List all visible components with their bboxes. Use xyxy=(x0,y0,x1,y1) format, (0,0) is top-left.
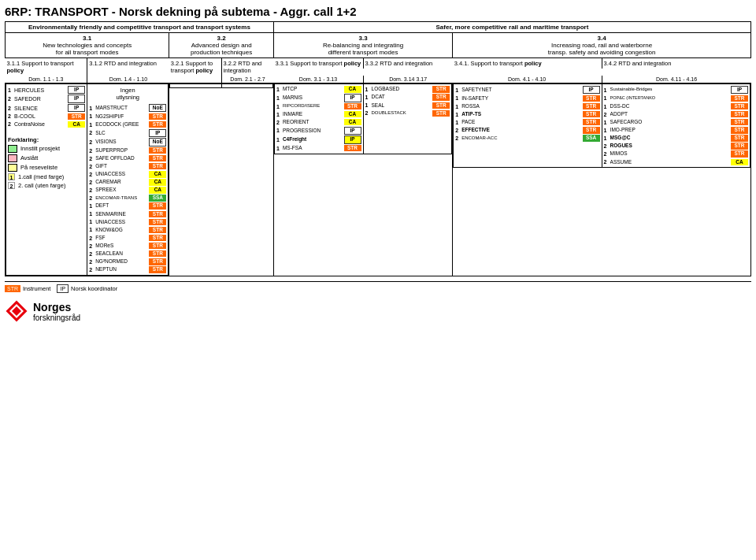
sub332-header: 3.3.2 RTD and integration xyxy=(363,58,453,69)
content-322 xyxy=(221,84,272,88)
list-item: 1 ATIP-TS STR xyxy=(455,111,599,118)
list-item: 2 ROGUES STR xyxy=(604,143,748,150)
list-item: 2 REORIENT CA xyxy=(276,119,361,126)
legend-yellow-box xyxy=(8,164,17,172)
list-item: 2 NEPTUN STR xyxy=(89,266,166,273)
list-item: 1 RIPCORD/ISERE STR xyxy=(276,103,361,110)
legend-pink-box xyxy=(8,154,17,162)
nfr-diamond-icon xyxy=(5,299,28,323)
sub311-header: 3.1.1 Support to transport policy xyxy=(6,58,87,76)
sub341-header: 3.4.1. Support to transport policy xyxy=(453,58,602,69)
content-342: 1 Sustainable-Bridges IP 1 POP&C (INTERT… xyxy=(602,84,750,168)
content-332: 1 LOGBASED STR 1 DCAT STR xyxy=(363,84,452,154)
dom34-pair: Dom. 4.1 - 4.10 Dom. 4.11 - 4.16 xyxy=(453,76,751,83)
list-item: 2 MOReS STR xyxy=(89,243,166,250)
ip-badge: IP xyxy=(57,284,69,293)
list-item: 1 HERCULES IP xyxy=(8,86,85,94)
subtopic-32: 3.2Advanced design andproduction techniq… xyxy=(169,33,274,58)
legend-call2-label: 2. call (uten farge) xyxy=(18,182,65,189)
list-item: 2 EFFECTIVE STR xyxy=(455,127,599,134)
ip-label: Norsk koordinator xyxy=(71,285,117,292)
list-item: 2 SILENCE IP xyxy=(8,104,85,112)
subtopic-33: 3.3Re-balancing and integratingdifferent… xyxy=(273,33,452,58)
content-311: 1 HERCULES IP 2 SAFEDOR IP xyxy=(6,84,87,276)
list-item: 1 SEAL STR xyxy=(365,102,450,109)
list-item: 1 ECODOCK (GREE STR xyxy=(89,121,166,128)
content-34: 1 SAFETYNET IP 1 IN-SAFETY STR xyxy=(453,83,751,276)
list-item: 1 SENMARINE STR xyxy=(89,210,166,217)
list-item: 2 SUPERPROP STR xyxy=(89,147,166,154)
list-item: 1 PACE STR xyxy=(455,119,599,126)
project-list-342: 1 Sustainable-Bridges IP 1 POP&C (INTERT… xyxy=(604,86,748,165)
list-item: 1 SAFECARGO STR xyxy=(604,119,748,126)
legend-avslatt-label: Avslått xyxy=(20,154,38,161)
list-item: 1 UNIACCESS STR xyxy=(89,218,166,225)
list-item: 2 CAREMAR CA xyxy=(89,179,166,186)
list-item: 2 ENCOMAR-TRANS SSA xyxy=(89,195,166,202)
list-item: 2 UNIACCESS CA xyxy=(89,171,166,178)
str-badge: STR xyxy=(5,285,20,292)
sub321-header: 3.2.1 Support to transport policy xyxy=(169,58,221,76)
legend-call2: 2 2. call (uten farge) xyxy=(8,182,85,189)
list-item: 2 VISIONS NoE xyxy=(89,138,166,146)
legend-innstilt: Innstilt prosjekt xyxy=(8,145,85,153)
num2-badge: 2 xyxy=(8,182,15,189)
ingen-label: Ingen utlysning xyxy=(89,86,166,102)
sub342-header: 3.4.2 RTD and integration xyxy=(602,58,750,69)
project-list-311: 1 HERCULES IP 2 SAFEDOR IP xyxy=(8,86,85,128)
content-312: Ingen utlysning 1 MARSTRUCT NoE xyxy=(87,84,169,276)
str-label: Instrument xyxy=(23,285,50,292)
list-item: 1 MTCP CA xyxy=(276,86,361,93)
nfr-subname: forskningsråd xyxy=(33,313,80,322)
list-item: 1 POP&C (INTERTANKO STR xyxy=(604,95,748,102)
list-item: 1 KNOW&OG STR xyxy=(89,226,166,233)
list-item: 2 ADOPT STR xyxy=(604,111,748,118)
sub32-pair: 3.2.1 Support to transport policy 3.2.2 … xyxy=(169,58,274,76)
list-item: 1 INMARE CA xyxy=(276,111,361,118)
content-33: 1 MTCP CA 1 MARNIS IP 1 xyxy=(273,83,452,276)
list-item: 2 SEACLEAN STR xyxy=(89,250,166,258)
footer-ip: IP Norsk koordinator xyxy=(57,284,117,293)
header-right: Safer, more competitive rail and maritim… xyxy=(273,22,750,33)
list-item: 1 SAFETYNET IP xyxy=(455,86,599,94)
content-321 xyxy=(170,84,221,88)
list-item: 2 NG²NORMED STR xyxy=(89,258,166,265)
sub33-pair: 3.3.1 Support to transport policy 3.3.2 … xyxy=(273,58,452,76)
content-331: 1 MTCP CA 1 MARNIS IP 1 xyxy=(274,84,363,154)
legend-title: Forklaring: xyxy=(8,136,85,143)
list-item: 2 MIMOS STR xyxy=(604,150,748,158)
page: 6RP: TRANSPORT - Norsk dekning på subtem… xyxy=(0,0,756,326)
list-item: 2 FSF STR xyxy=(89,235,166,242)
list-item: 1 MARNIS IP xyxy=(276,94,361,102)
list-item: 2 GIFT STR xyxy=(89,163,166,170)
list-item: 1 DEFT STR xyxy=(89,202,166,210)
dom32-pair: Dom. 2.1 - 2.7 xyxy=(169,76,274,83)
project-list-331: 1 MTCP CA 1 MARNIS IP 1 xyxy=(276,86,361,152)
legend-call1: 1 1.call (med farge) xyxy=(8,173,85,180)
num1-badge: 1 xyxy=(8,173,15,180)
legend-avslatt: Avslått xyxy=(8,154,85,162)
list-item: 1 DSS-DC STR xyxy=(604,103,748,110)
list-item: 1 NG2SHIPI/F STR xyxy=(89,113,166,120)
list-item: 2 SAFE OFFLOAD STR xyxy=(89,155,166,162)
list-item: 1 MS-FSA STR xyxy=(276,145,361,152)
list-item: 2 B-COOL STR xyxy=(8,113,85,120)
nfr-logo: Norges forskningsråd xyxy=(5,299,751,323)
dom33-pair: Dom. 3.1 - 3.13 Dom. 3.14 3.17 xyxy=(273,76,452,83)
sub331-header: 3.3.1 Support to transport policy xyxy=(273,58,363,69)
list-item: 1 MSG@C STR xyxy=(604,135,748,142)
dom31-pair: Dom. 1.1 - 1.3 Dom. 1.4 - 1.10 xyxy=(6,76,169,83)
legend-reseveliste: På reseveliste xyxy=(8,164,85,172)
sub31-pair: 3.1.1 Support to transport policy 3.1.2 … xyxy=(6,58,169,76)
legend-call1-label: 1.call (med farge) xyxy=(18,173,64,180)
legend-innstilt-label: Innstilt prosjekt xyxy=(20,145,60,152)
subtopic-34: 3.4Increasing road, rail and waterbornet… xyxy=(453,33,751,58)
page-title: 6RP: TRANSPORT - Norsk dekning på subtem… xyxy=(5,5,751,18)
legend-green-box xyxy=(8,145,17,153)
list-item: 1 DCAT STR xyxy=(365,94,450,101)
project-list-332: 1 LOGBASED STR 1 DCAT STR xyxy=(365,86,450,117)
list-item: 2 DOUBLESTACK STR xyxy=(365,109,450,117)
list-item: 1 Sustainable-Bridges IP xyxy=(604,86,748,94)
header-left: Environmentally friendly and competitive… xyxy=(6,22,274,33)
legend-reseveliste-label: På reseveliste xyxy=(20,164,57,171)
